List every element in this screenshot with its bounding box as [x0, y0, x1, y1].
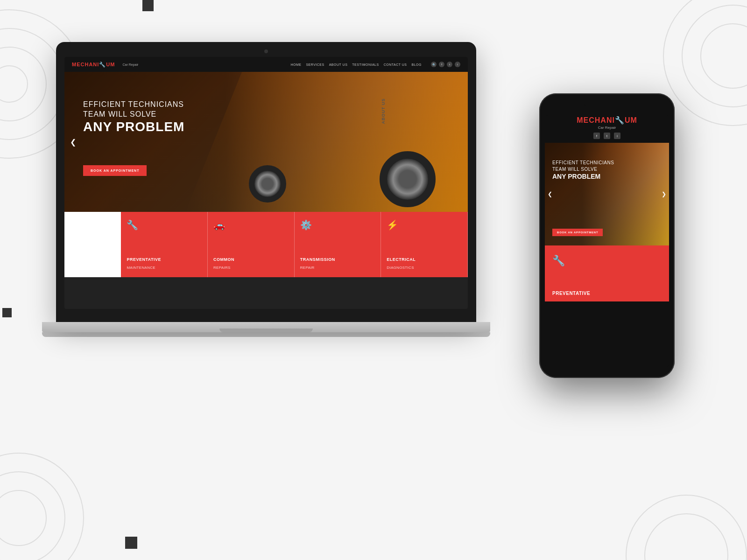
nav-about[interactable]: ABOUT US [329, 63, 348, 66]
phone-hero: ❮ ❯ EFFICIENT TECHNICIANS TEAM WILL SOLV… [545, 143, 669, 245]
phone-prev-arrow[interactable]: ❮ [548, 191, 552, 197]
laptop-nav-icons: 🔍 f t i [431, 62, 460, 67]
laptop-mockup: MECHANI🔧UM Car Repair HOME SERVICES ABOU… [56, 42, 476, 378]
laptop-tagline: Car Repair [122, 63, 138, 66]
hero-line2: TEAM WILL SOLVE [83, 110, 184, 119]
service-subtitle-3: REPAIR [300, 266, 315, 270]
service-subtitle-2: REPAIRS [213, 266, 231, 270]
car-icon: 🚗 [213, 219, 225, 231]
deco-square-2 [2, 308, 12, 317]
service-card-2[interactable]: 🚗 COMMON REPAIRS [208, 212, 295, 277]
phone-frame: MECHANI🔧UM Car Repair f t i ❮ ❯ EFFICIEN… [539, 93, 675, 378]
phone-twitter-icon[interactable]: t [604, 133, 610, 139]
laptop-screen: MECHANI🔧UM Car Repair HOME SERVICES ABOU… [64, 57, 468, 309]
hero-line1: EFFICIENT TECHNICIANS [83, 100, 184, 110]
laptop-hero: ❮ EFFICIENT TECHNICIANS TEAM WILL SOLVE … [64, 72, 468, 212]
phone-hero-line2: TEAM WILL SOLVE [552, 166, 614, 173]
service-title-3: TRANSMISSION [300, 257, 335, 262]
gear-icon: ⚙️ [300, 219, 312, 231]
phone-logo-brand2: UM [625, 116, 637, 124]
laptop-logo: MECHANI🔧UM [72, 62, 115, 68]
nav-home[interactable]: HOME [290, 63, 301, 66]
service-subtitle-4: DIAGNOSTICS [387, 266, 414, 270]
phone-notch [584, 99, 630, 108]
deco-square-4 [125, 537, 137, 549]
service-card-4[interactable]: ⚡ ELECTRICAL DIAGNOSTICS [381, 212, 468, 277]
laptop-hero-text: EFFICIENT TECHNICIANS TEAM WILL SOLVE AN… [83, 100, 184, 134]
nav-contact[interactable]: CONTACT US [384, 63, 407, 66]
laptop-frame: MECHANI🔧UM Car Repair HOME SERVICES ABOU… [56, 42, 476, 322]
phone-screen: MECHANI🔧UM Car Repair f t i ❮ ❯ EFFICIEN… [545, 111, 669, 372]
phone-logo-icon: 🔧 [615, 116, 625, 124]
instagram-icon[interactable]: i [455, 62, 460, 67]
phone-facebook-icon[interactable]: f [593, 133, 600, 139]
phone-social-links: f t i [550, 133, 663, 139]
laptop-feet [42, 332, 490, 337]
laptop-base [42, 322, 490, 332]
nav-blog[interactable]: BLOG [412, 63, 422, 66]
laptop-camera [264, 49, 268, 53]
facebook-icon[interactable]: f [439, 62, 444, 67]
phone-next-arrow[interactable]: ❯ [662, 191, 666, 197]
laptop-nav-links: HOME SERVICES ABOUT US TESTIMONIALS CONT… [290, 63, 422, 66]
phone-logo: MECHANI🔧UM [550, 116, 663, 125]
hero-any-problem: ANY PROBLEM [83, 119, 184, 134]
laptop-prev-arrow[interactable]: ❮ [70, 138, 76, 147]
wheel-right [380, 151, 436, 207]
phone-mockup: MECHANI🔧UM Car Repair f t i ❮ ❯ EFFICIEN… [539, 93, 675, 383]
phone-wrench-icon: 🔧 [552, 255, 565, 267]
service-title-4: ELECTRICAL [387, 257, 416, 262]
lightning-icon: ⚡ [387, 219, 398, 231]
phone-hero-line1: EFFICIENT TECHNICIANS [552, 160, 614, 166]
phone-header: MECHANI🔧UM Car Repair f t i [545, 111, 669, 143]
wrench-icon: 🔧 [127, 219, 138, 231]
deco-square-1 [142, 0, 154, 11]
phone-book-btn[interactable]: BOOK AN APPOINTMENT [552, 229, 603, 236]
laptop-services: 🔧 PREVENTATIVE MAINTENANCE 🚗 COMMON REPA… [64, 212, 468, 277]
service-title-1: PREVENTATIVE [127, 257, 161, 262]
search-icon[interactable]: 🔍 [431, 62, 437, 67]
laptop-navbar: MECHANI🔧UM Car Repair HOME SERVICES ABOU… [64, 57, 468, 72]
service-spacer [64, 212, 121, 277]
laptop-logo-text: MECHANI [72, 62, 99, 67]
phone-hero-any-problem: ANY PROBLEM [552, 173, 614, 180]
laptop-book-btn[interactable]: BOOK AN APPOINTMENT [83, 165, 147, 176]
phone-service-card[interactable]: 🔧 PREVENTATIVE [545, 245, 669, 301]
service-title-2: COMMON [213, 257, 234, 262]
phone-tagline: Car Repair [550, 126, 663, 130]
nav-services[interactable]: SERVICES [306, 63, 324, 66]
service-card-1[interactable]: 🔧 PREVENTATIVE MAINTENANCE [121, 212, 208, 277]
service-card-3[interactable]: ⚙️ TRANSMISSION REPAIR [295, 212, 381, 277]
wheel-left [249, 165, 286, 203]
nav-testimonials[interactable]: TESTIMONIALS [352, 63, 379, 66]
service-subtitle-1: MAINTENANCE [127, 266, 155, 270]
phone-instagram-icon[interactable]: i [614, 133, 620, 139]
phone-hero-text: EFFICIENT TECHNICIANS TEAM WILL SOLVE AN… [552, 160, 614, 180]
phone-service-title: PREVENTATIVE [552, 291, 590, 296]
twitter-icon[interactable]: t [447, 62, 452, 67]
phone-logo-brand: MECHANI [577, 116, 615, 124]
laptop-logo-text2: UM [106, 62, 115, 67]
laptop-logo-accent: 🔧 [99, 62, 106, 67]
